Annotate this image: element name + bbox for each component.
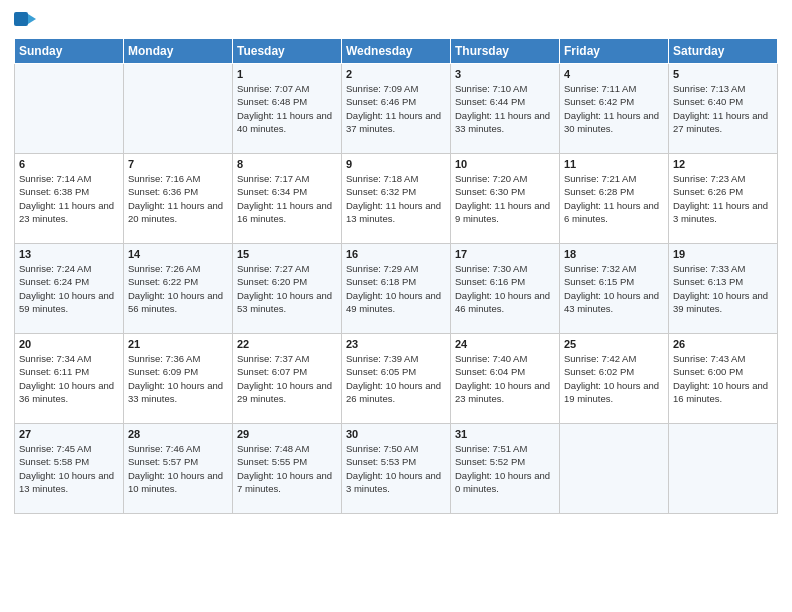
daylight-text: Daylight: 11 hours and 13 minutes. — [346, 199, 446, 226]
sunrise-text: Sunrise: 7:09 AM — [346, 82, 446, 95]
svg-marker-1 — [28, 14, 36, 24]
day-number: 24 — [455, 338, 555, 350]
day-cell: 21Sunrise: 7:36 AMSunset: 6:09 PMDayligh… — [124, 334, 233, 424]
daylight-text: Daylight: 10 hours and 43 minutes. — [564, 289, 664, 316]
day-cell: 17Sunrise: 7:30 AMSunset: 6:16 PMDayligh… — [451, 244, 560, 334]
sunrise-text: Sunrise: 7:07 AM — [237, 82, 337, 95]
sunrise-text: Sunrise: 7:43 AM — [673, 352, 773, 365]
day-cell: 15Sunrise: 7:27 AMSunset: 6:20 PMDayligh… — [233, 244, 342, 334]
sunrise-text: Sunrise: 7:51 AM — [455, 442, 555, 455]
day-number: 22 — [237, 338, 337, 350]
day-cell: 24Sunrise: 7:40 AMSunset: 6:04 PMDayligh… — [451, 334, 560, 424]
day-info: Sunrise: 7:14 AMSunset: 6:38 PMDaylight:… — [19, 172, 119, 225]
sunrise-text: Sunrise: 7:20 AM — [455, 172, 555, 185]
day-info: Sunrise: 7:46 AMSunset: 5:57 PMDaylight:… — [128, 442, 228, 495]
daylight-text: Daylight: 10 hours and 10 minutes. — [128, 469, 228, 496]
day-info: Sunrise: 7:20 AMSunset: 6:30 PMDaylight:… — [455, 172, 555, 225]
day-number: 4 — [564, 68, 664, 80]
day-number: 16 — [346, 248, 446, 260]
sunset-text: Sunset: 6:40 PM — [673, 95, 773, 108]
daylight-text: Daylight: 11 hours and 30 minutes. — [564, 109, 664, 136]
day-number: 27 — [19, 428, 119, 440]
daylight-text: Daylight: 10 hours and 26 minutes. — [346, 379, 446, 406]
day-info: Sunrise: 7:13 AMSunset: 6:40 PMDaylight:… — [673, 82, 773, 135]
day-cell: 30Sunrise: 7:50 AMSunset: 5:53 PMDayligh… — [342, 424, 451, 514]
daylight-text: Daylight: 11 hours and 20 minutes. — [128, 199, 228, 226]
calendar-page: SundayMondayTuesdayWednesdayThursdayFrid… — [0, 0, 792, 612]
sunrise-text: Sunrise: 7:11 AM — [564, 82, 664, 95]
sunrise-text: Sunrise: 7:36 AM — [128, 352, 228, 365]
day-info: Sunrise: 7:29 AMSunset: 6:18 PMDaylight:… — [346, 262, 446, 315]
day-cell — [560, 424, 669, 514]
day-info: Sunrise: 7:40 AMSunset: 6:04 PMDaylight:… — [455, 352, 555, 405]
day-info: Sunrise: 7:50 AMSunset: 5:53 PMDaylight:… — [346, 442, 446, 495]
day-number: 15 — [237, 248, 337, 260]
day-info: Sunrise: 7:16 AMSunset: 6:36 PMDaylight:… — [128, 172, 228, 225]
day-number: 3 — [455, 68, 555, 80]
day-number: 6 — [19, 158, 119, 170]
sunset-text: Sunset: 6:07 PM — [237, 365, 337, 378]
day-cell — [669, 424, 778, 514]
week-row-4: 20Sunrise: 7:34 AMSunset: 6:11 PMDayligh… — [15, 334, 778, 424]
sunset-text: Sunset: 6:02 PM — [564, 365, 664, 378]
sunrise-text: Sunrise: 7:14 AM — [19, 172, 119, 185]
sunset-text: Sunset: 6:18 PM — [346, 275, 446, 288]
sunrise-text: Sunrise: 7:39 AM — [346, 352, 446, 365]
sunrise-text: Sunrise: 7:33 AM — [673, 262, 773, 275]
sunset-text: Sunset: 5:57 PM — [128, 455, 228, 468]
day-info: Sunrise: 7:39 AMSunset: 6:05 PMDaylight:… — [346, 352, 446, 405]
day-number: 31 — [455, 428, 555, 440]
day-info: Sunrise: 7:09 AMSunset: 6:46 PMDaylight:… — [346, 82, 446, 135]
day-number: 18 — [564, 248, 664, 260]
daylight-text: Daylight: 10 hours and 13 minutes. — [19, 469, 119, 496]
daylight-text: Daylight: 11 hours and 40 minutes. — [237, 109, 337, 136]
sunrise-text: Sunrise: 7:10 AM — [455, 82, 555, 95]
sunrise-text: Sunrise: 7:34 AM — [19, 352, 119, 365]
sunset-text: Sunset: 6:00 PM — [673, 365, 773, 378]
daylight-text: Daylight: 11 hours and 6 minutes. — [564, 199, 664, 226]
day-info: Sunrise: 7:27 AMSunset: 6:20 PMDaylight:… — [237, 262, 337, 315]
sunset-text: Sunset: 6:04 PM — [455, 365, 555, 378]
sunset-text: Sunset: 6:22 PM — [128, 275, 228, 288]
sunset-text: Sunset: 6:46 PM — [346, 95, 446, 108]
sunrise-text: Sunrise: 7:24 AM — [19, 262, 119, 275]
daylight-text: Daylight: 11 hours and 37 minutes. — [346, 109, 446, 136]
day-number: 28 — [128, 428, 228, 440]
daylight-text: Daylight: 11 hours and 23 minutes. — [19, 199, 119, 226]
sunset-text: Sunset: 6:28 PM — [564, 185, 664, 198]
sunset-text: Sunset: 6:13 PM — [673, 275, 773, 288]
day-number: 26 — [673, 338, 773, 350]
daylight-text: Daylight: 11 hours and 9 minutes. — [455, 199, 555, 226]
weekday-header-saturday: Saturday — [669, 39, 778, 64]
week-row-2: 6Sunrise: 7:14 AMSunset: 6:38 PMDaylight… — [15, 154, 778, 244]
calendar-body: 1Sunrise: 7:07 AMSunset: 6:48 PMDaylight… — [15, 64, 778, 514]
day-number: 1 — [237, 68, 337, 80]
sunset-text: Sunset: 6:30 PM — [455, 185, 555, 198]
logo — [14, 10, 40, 32]
day-info: Sunrise: 7:36 AMSunset: 6:09 PMDaylight:… — [128, 352, 228, 405]
day-cell: 12Sunrise: 7:23 AMSunset: 6:26 PMDayligh… — [669, 154, 778, 244]
daylight-text: Daylight: 10 hours and 39 minutes. — [673, 289, 773, 316]
daylight-text: Daylight: 10 hours and 36 minutes. — [19, 379, 119, 406]
day-cell: 14Sunrise: 7:26 AMSunset: 6:22 PMDayligh… — [124, 244, 233, 334]
daylight-text: Daylight: 10 hours and 49 minutes. — [346, 289, 446, 316]
day-info: Sunrise: 7:33 AMSunset: 6:13 PMDaylight:… — [673, 262, 773, 315]
day-number: 20 — [19, 338, 119, 350]
day-cell: 25Sunrise: 7:42 AMSunset: 6:02 PMDayligh… — [560, 334, 669, 424]
day-info: Sunrise: 7:51 AMSunset: 5:52 PMDaylight:… — [455, 442, 555, 495]
sunset-text: Sunset: 6:38 PM — [19, 185, 119, 198]
sunset-text: Sunset: 6:42 PM — [564, 95, 664, 108]
sunrise-text: Sunrise: 7:37 AM — [237, 352, 337, 365]
day-cell: 4Sunrise: 7:11 AMSunset: 6:42 PMDaylight… — [560, 64, 669, 154]
daylight-text: Daylight: 10 hours and 3 minutes. — [346, 469, 446, 496]
daylight-text: Daylight: 10 hours and 29 minutes. — [237, 379, 337, 406]
day-cell: 8Sunrise: 7:17 AMSunset: 6:34 PMDaylight… — [233, 154, 342, 244]
day-cell: 22Sunrise: 7:37 AMSunset: 6:07 PMDayligh… — [233, 334, 342, 424]
day-cell: 10Sunrise: 7:20 AMSunset: 6:30 PMDayligh… — [451, 154, 560, 244]
day-cell: 29Sunrise: 7:48 AMSunset: 5:55 PMDayligh… — [233, 424, 342, 514]
day-number: 13 — [19, 248, 119, 260]
day-number: 10 — [455, 158, 555, 170]
sunrise-text: Sunrise: 7:16 AM — [128, 172, 228, 185]
day-info: Sunrise: 7:26 AMSunset: 6:22 PMDaylight:… — [128, 262, 228, 315]
day-number: 11 — [564, 158, 664, 170]
